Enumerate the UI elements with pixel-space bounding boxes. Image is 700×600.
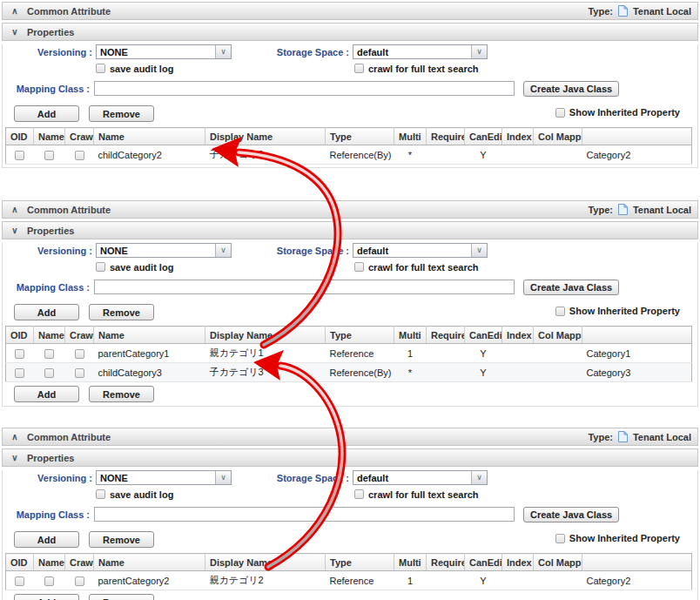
tenant-local-document-icon <box>617 430 629 443</box>
type-value: Tenant Local <box>633 6 691 17</box>
show-inherited-checkbox[interactable] <box>555 108 565 118</box>
row-crawl-checkbox[interactable] <box>75 576 84 586</box>
mapping-class-input[interactable] <box>94 507 515 522</box>
expand-icon[interactable] <box>3 453 27 462</box>
storage-space-select[interactable]: default <box>353 44 488 59</box>
type-indicator: Type: Tenant Local <box>588 430 697 443</box>
add-button[interactable]: Add <box>14 304 79 320</box>
cell-multi: * <box>394 363 427 382</box>
properties-header[interactable]: Properties <box>2 23 698 41</box>
properties-header[interactable]: Properties <box>2 448 698 467</box>
cell-display-name: 子カテゴリ2 <box>205 145 326 165</box>
create-java-class-button[interactable]: Create Java Class <box>523 507 619 522</box>
row-crawl-checkbox[interactable] <box>75 151 84 160</box>
row-name-checkbox[interactable] <box>44 349 54 359</box>
collapse-icon[interactable] <box>3 205 27 214</box>
column-header-name-cb: Name <box>34 554 65 571</box>
attribute-panel-1: Common Attribute Type: Tenant Local Prop… <box>2 2 698 168</box>
chevron-down-icon[interactable] <box>471 244 487 257</box>
crawl-full-text-label: crawl for full text search <box>368 64 479 74</box>
cell-index <box>502 145 534 165</box>
row-oid-checkbox[interactable] <box>15 349 24 359</box>
cell-reference-class: Category2 <box>582 571 692 590</box>
row-crawl-checkbox[interactable] <box>75 368 84 378</box>
collapse-icon[interactable] <box>3 432 27 442</box>
chevron-down-icon[interactable] <box>471 471 487 484</box>
column-header-display-name: Display Name <box>205 327 326 344</box>
common-attribute-header[interactable]: Common Attribute Type: Tenant Local <box>2 428 698 446</box>
cell-name: childCategory3 <box>94 363 205 382</box>
common-attribute-header[interactable]: Common Attribute Type: Tenant Local <box>2 2 698 20</box>
crawl-full-text-checkbox[interactable] <box>354 64 364 73</box>
row-name-checkbox[interactable] <box>44 151 54 160</box>
versioning-select[interactable]: NONE <box>96 243 232 258</box>
cell-name: parentCategory2 <box>94 571 205 590</box>
mapping-class-input[interactable] <box>94 81 515 96</box>
row-name-checkbox[interactable] <box>44 368 54 378</box>
remove-button[interactable]: Remove <box>89 105 154 122</box>
add-button[interactable]: Add <box>14 594 79 600</box>
versioning-select[interactable]: NONE <box>96 470 232 485</box>
add-button[interactable]: Add <box>14 386 79 402</box>
column-header-oid: OID <box>6 128 34 145</box>
versioning-select[interactable]: NONE <box>96 44 232 59</box>
cell-col-mapping <box>534 571 582 590</box>
chevron-down-icon[interactable] <box>215 45 231 58</box>
row-oid-checkbox[interactable] <box>15 151 24 160</box>
properties-header[interactable]: Properties <box>2 221 698 239</box>
row-oid-checkbox[interactable] <box>15 368 24 378</box>
show-inherited-label: Show Inherited Property <box>569 107 680 118</box>
expand-icon[interactable] <box>3 27 27 37</box>
column-header-canedit: CanEdit <box>465 554 502 571</box>
crawl-full-text-checkbox[interactable] <box>354 489 364 499</box>
column-header-name: Name <box>94 554 205 571</box>
column-header-name-cb: Name <box>34 128 65 145</box>
collapse-icon[interactable] <box>3 6 27 16</box>
row-name-checkbox[interactable] <box>44 576 54 586</box>
remove-button[interactable]: Remove <box>89 594 154 600</box>
mapping-class-label: Mapping Class : <box>3 282 90 293</box>
common-attribute-header[interactable]: Common Attribute Type: Tenant Local <box>2 200 698 219</box>
cell-index <box>502 571 534 590</box>
expand-icon[interactable] <box>3 226 27 235</box>
save-audit-log-checkbox[interactable] <box>96 64 105 73</box>
add-button[interactable]: Add <box>14 105 79 122</box>
show-inherited-checkbox[interactable] <box>555 307 565 316</box>
table-row: parentCategory2 親カテゴリ2 Reference 1 Y Cat… <box>6 571 692 590</box>
column-header-name: Name <box>94 128 205 145</box>
row-crawl-checkbox[interactable] <box>75 349 84 359</box>
storage-space-select[interactable]: default <box>353 243 488 258</box>
crawl-full-text-checkbox[interactable] <box>354 262 364 272</box>
remove-button[interactable]: Remove <box>89 304 154 320</box>
cell-required <box>427 571 465 590</box>
section-title: Common Attribute <box>27 6 111 17</box>
cell-name: childCategory2 <box>94 145 205 165</box>
save-audit-log-label: save audit log <box>110 64 173 74</box>
versioning-label: Versioning : <box>3 473 92 483</box>
add-button[interactable]: Add <box>14 531 79 548</box>
cell-col-mapping <box>534 363 582 382</box>
create-java-class-button[interactable]: Create Java Class <box>523 81 619 97</box>
remove-button[interactable]: Remove <box>89 386 154 402</box>
column-header-multi: Multi <box>394 327 427 344</box>
crawl-full-text-label: crawl for full text search <box>368 262 479 273</box>
row-oid-checkbox[interactable] <box>15 576 24 586</box>
tenant-local-document-icon <box>617 4 629 17</box>
save-audit-log-checkbox[interactable] <box>96 489 105 499</box>
create-java-class-button[interactable]: Create Java Class <box>523 280 619 295</box>
remove-button[interactable]: Remove <box>89 531 154 548</box>
cell-reference-class: Category1 <box>582 344 692 363</box>
mapping-class-input[interactable] <box>94 280 515 294</box>
column-header-required: Required <box>427 128 465 145</box>
chevron-down-icon[interactable] <box>215 471 231 484</box>
properties-table: OID Name Crawl Name Display Name Type Mu… <box>5 326 692 382</box>
show-inherited-checkbox[interactable] <box>555 534 565 543</box>
type-value: Tenant Local <box>633 205 691 215</box>
chevron-down-icon[interactable] <box>471 45 487 58</box>
chevron-down-icon[interactable] <box>215 244 231 257</box>
versioning-label: Versioning : <box>3 47 92 57</box>
storage-space-select[interactable]: default <box>353 470 488 485</box>
column-header-index: Index <box>502 554 534 571</box>
save-audit-log-checkbox[interactable] <box>96 262 105 272</box>
column-header-col-mapping: Col Mapping <box>534 128 582 145</box>
